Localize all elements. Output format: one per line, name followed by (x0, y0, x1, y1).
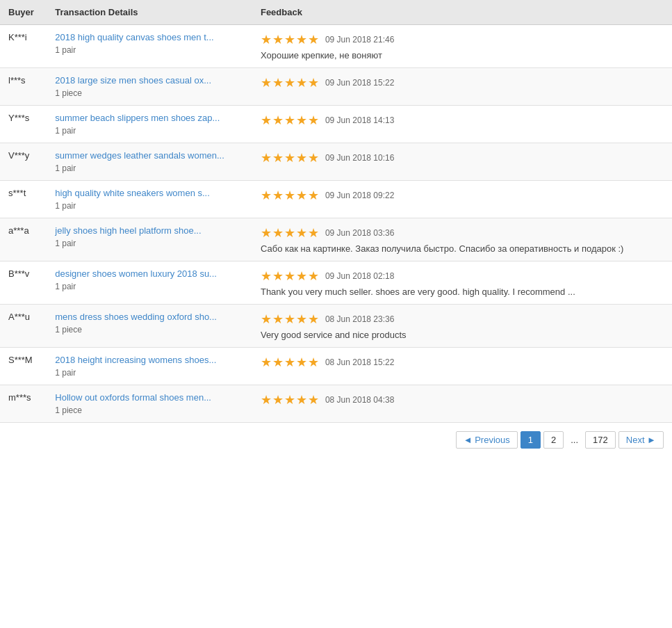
buyer-name: K***i (8, 32, 27, 42)
quantity: 1 pair (55, 126, 244, 136)
feedback-table: Buyer Transaction Details Feedback K***i… (0, 0, 672, 423)
star-rating: ★★★★★ (261, 268, 320, 284)
buyer-name: a***a (8, 225, 29, 236)
table-row: m***s Hollow out oxfords formal shoes me… (0, 385, 672, 423)
feedback-top: ★★★★★ 09 Jun 2018 15:22 (261, 75, 664, 90)
feedback-text: Хорошие крепкие, не воняют (261, 50, 664, 61)
transaction-link[interactable]: Hollow out oxfords formal shoes men... (55, 392, 211, 403)
quantity: 1 pair (55, 368, 244, 378)
transaction-link[interactable]: summer beach slippers men shoes zap... (55, 113, 220, 123)
quantity: 1 pair (55, 239, 244, 248)
star-rating: ★★★★★ (261, 355, 320, 370)
feedback-cell: ★★★★★ 08 Jun 2018 23:36 Very good servic… (261, 312, 664, 340)
feedback-date: 09 Jun 2018 15:22 (325, 78, 394, 88)
transaction-link[interactable]: high quality white sneakers women s... (55, 188, 210, 198)
feedback-top: ★★★★★ 08 Jun 2018 04:38 (261, 392, 664, 408)
feedback-date: 09 Jun 2018 09:22 (325, 191, 394, 200)
buyer-name: S***M (8, 355, 33, 365)
buyer-name: l***s (8, 75, 26, 86)
header-transaction: Transaction Details (47, 0, 252, 25)
buyer-name: s***t (8, 188, 26, 198)
feedback-date: 08 Jun 2018 23:36 (325, 314, 394, 324)
table-row: B***v designer shoes women luxury 2018 s… (0, 261, 672, 305)
page-1-button[interactable]: 1 (521, 431, 541, 449)
feedback-date: 09 Jun 2018 21:46 (325, 35, 394, 45)
star-rating: ★★★★★ (261, 392, 320, 408)
quantity: 1 pair (55, 201, 244, 211)
table-row: s***t high quality white sneakers women … (0, 181, 672, 218)
next-button[interactable]: Next ► (618, 431, 664, 449)
feedback-top: ★★★★★ 09 Jun 2018 02:18 (261, 268, 664, 284)
feedback-date: 08 Jun 2018 15:22 (325, 357, 394, 367)
page-172-button[interactable]: 172 (585, 431, 616, 449)
feedback-cell: ★★★★★ 08 Jun 2018 04:38 (261, 392, 664, 408)
feedback-text: Very good service and nice products (261, 330, 664, 340)
table-header-row: Buyer Transaction Details Feedback (0, 0, 672, 25)
feedback-top: ★★★★★ 08 Jun 2018 15:22 (261, 355, 664, 370)
feedback-top: ★★★★★ 09 Jun 2018 10:16 (261, 150, 664, 166)
table-row: Y***s summer beach slippers men shoes za… (0, 106, 672, 143)
page-2-button[interactable]: 2 (543, 431, 564, 449)
header-buyer: Buyer (0, 0, 47, 25)
star-rating: ★★★★★ (261, 188, 320, 203)
buyer-name: A***u (8, 312, 30, 322)
feedback-text: Thank you very much seller. shoes are ve… (261, 287, 664, 297)
star-rating: ★★★★★ (261, 75, 320, 90)
table-row: K***i 2018 high quality canvas shoes men… (0, 25, 672, 68)
quantity: 1 pair (55, 163, 244, 173)
transaction-link[interactable]: mens dress shoes wedding oxford sho... (55, 312, 217, 322)
transaction-link[interactable]: summer wedges leather sandals women... (55, 150, 224, 161)
feedback-top: ★★★★★ 08 Jun 2018 23:36 (261, 312, 664, 327)
transaction-link[interactable]: designer shoes women luxury 2018 su... (55, 268, 217, 279)
feedback-text: Сабо как на картинке. Заказ получила быс… (261, 243, 664, 254)
feedback-date: 09 Jun 2018 02:18 (325, 271, 394, 281)
feedback-date: 09 Jun 2018 10:16 (325, 153, 394, 163)
transaction-link[interactable]: 2018 large size men shoes casual ox... (55, 75, 211, 86)
feedback-date: 09 Jun 2018 14:13 (325, 115, 394, 125)
feedback-date: 09 Jun 2018 03:36 (325, 228, 394, 238)
star-rating: ★★★★★ (261, 312, 320, 327)
feedback-cell: ★★★★★ 09 Jun 2018 14:13 (261, 113, 664, 128)
transaction-link[interactable]: jelly shoes high heel platform shoe... (55, 225, 201, 236)
feedback-cell: ★★★★★ 09 Jun 2018 10:16 (261, 150, 664, 166)
feedback-cell: ★★★★★ 09 Jun 2018 03:36 Сабо как на карт… (261, 225, 664, 254)
star-rating: ★★★★★ (261, 113, 320, 128)
table-row: l***s 2018 large size men shoes casual o… (0, 68, 672, 106)
star-rating: ★★★★★ (261, 225, 320, 241)
feedback-cell: ★★★★★ 09 Jun 2018 02:18 Thank you very m… (261, 268, 664, 297)
previous-button[interactable]: ◄ Previous (456, 431, 518, 449)
quantity: 1 piece (55, 88, 244, 98)
feedback-top: ★★★★★ 09 Jun 2018 21:46 (261, 32, 664, 47)
buyer-name: B***v (8, 268, 29, 279)
table-row: a***a jelly shoes high heel platform sho… (0, 218, 672, 261)
feedback-top: ★★★★★ 09 Jun 2018 14:13 (261, 113, 664, 128)
buyer-name: Y***s (8, 113, 29, 123)
feedback-cell: ★★★★★ 09 Jun 2018 15:22 (261, 75, 664, 90)
transaction-link[interactable]: 2018 high quality canvas shoes men t... (55, 32, 213, 42)
quantity: 1 pair (55, 45, 244, 55)
page-dots: ... (566, 432, 582, 448)
feedback-cell: ★★★★★ 09 Jun 2018 21:46 Хорошие крепкие,… (261, 32, 664, 61)
feedback-top: ★★★★★ 09 Jun 2018 03:36 (261, 225, 664, 241)
transaction-link[interactable]: 2018 height increasing womens shoes... (55, 355, 216, 365)
feedback-cell: ★★★★★ 09 Jun 2018 09:22 (261, 188, 664, 203)
star-rating: ★★★★★ (261, 32, 320, 47)
quantity: 1 piece (55, 325, 244, 335)
star-rating: ★★★★★ (261, 150, 320, 166)
header-feedback: Feedback (252, 0, 672, 25)
quantity: 1 pair (55, 282, 244, 291)
pagination: ◄ Previous 1 2 ... 172 Next ► (0, 423, 672, 457)
feedback-cell: ★★★★★ 08 Jun 2018 15:22 (261, 355, 664, 370)
feedback-date: 08 Jun 2018 04:38 (325, 395, 394, 405)
buyer-name: V***y (8, 150, 29, 161)
table-row: S***M 2018 height increasing womens shoe… (0, 348, 672, 385)
buyer-name: m***s (8, 392, 31, 403)
table-row: A***u mens dress shoes wedding oxford sh… (0, 305, 672, 348)
quantity: 1 piece (55, 405, 244, 415)
table-row: V***y summer wedges leather sandals wome… (0, 143, 672, 181)
feedback-top: ★★★★★ 09 Jun 2018 09:22 (261, 188, 664, 203)
